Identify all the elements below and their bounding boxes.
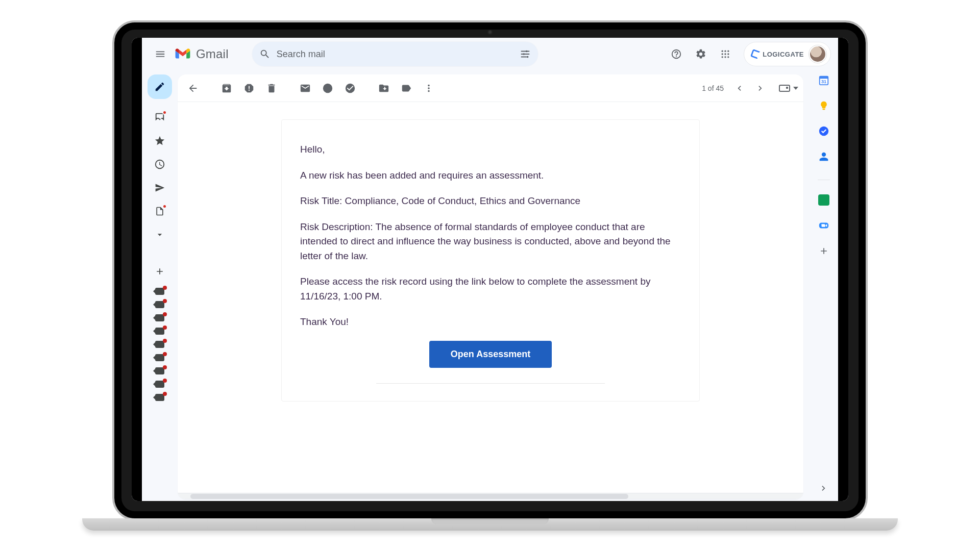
message-scroll-region[interactable]: Hello, A new risk has been added and req… [178, 102, 803, 493]
side-get-addons[interactable] [818, 245, 829, 257]
nav-inbox[interactable] [150, 107, 170, 128]
more-actions-button[interactable] [419, 78, 439, 98]
email-line-intro: A new risk has been added and requires a… [300, 168, 681, 183]
back-button[interactable] [183, 78, 203, 98]
svg-point-2 [526, 51, 528, 53]
search-options-icon[interactable] [520, 48, 531, 60]
nav-label-item[interactable] [150, 311, 170, 324]
chevron-right-icon [819, 483, 829, 493]
account-avatar[interactable] [809, 45, 826, 63]
laptop-frame: Gmail [112, 20, 868, 531]
new-label-button[interactable] [150, 261, 170, 282]
gmail-viewport: Gmail [132, 38, 848, 501]
unread-dot-icon [163, 286, 167, 290]
side-calendar[interactable]: 31 [818, 74, 829, 86]
brand-chip-label: LOGICGATE [763, 51, 804, 58]
horizontal-scrollbar[interactable] [178, 493, 803, 499]
nav-label-item[interactable] [150, 378, 170, 391]
chevron-right-icon [755, 83, 766, 93]
snooze-button[interactable] [317, 78, 338, 98]
nav-label-item[interactable] [150, 298, 170, 311]
svg-rect-13 [820, 77, 828, 79]
gmail-logo[interactable]: Gmail [175, 47, 229, 61]
main-column: 1 of 45 [178, 70, 810, 501]
pager-prev-button[interactable] [729, 78, 749, 98]
main-menu-button[interactable] [149, 43, 172, 65]
unread-dot-icon [163, 339, 167, 343]
move-folder-icon [378, 83, 389, 94]
search-bar[interactable] [252, 42, 538, 66]
svg-point-5 [727, 51, 729, 52]
pencil-icon [154, 81, 165, 92]
clock-icon [154, 159, 165, 170]
unread-dot-icon [163, 299, 167, 303]
email-body-card: Hello, A new risk has been added and req… [281, 119, 700, 402]
google-apps-button[interactable] [714, 43, 737, 65]
nav-label-item[interactable] [150, 364, 170, 378]
nav-label-item[interactable] [150, 285, 170, 298]
email-deadline-line: Please access the risk record using the … [300, 274, 681, 304]
side-collapse-button[interactable] [818, 483, 829, 494]
delete-button[interactable] [261, 78, 282, 98]
label-icon [401, 83, 412, 94]
email-divider [376, 383, 605, 384]
thread-pager: 1 of 45 [698, 78, 771, 98]
nav-label-item[interactable] [150, 351, 170, 364]
svg-point-8 [727, 53, 729, 55]
nav-snoozed[interactable] [150, 154, 170, 174]
nav-starred[interactable] [150, 131, 170, 151]
side-addon-zoom[interactable] [818, 220, 829, 231]
open-assessment-button[interactable]: Open Assessment [429, 341, 552, 368]
svg-point-3 [722, 51, 723, 52]
input-tools-button[interactable] [779, 85, 798, 92]
side-tasks[interactable] [818, 126, 829, 137]
nav-label-item[interactable] [150, 338, 170, 351]
unread-dot-icon [162, 204, 167, 209]
unread-dot-icon [163, 312, 167, 316]
gmail-header: Gmail [142, 38, 838, 70]
email-greeting: Hello, [300, 142, 681, 157]
nav-drafts[interactable] [150, 201, 170, 221]
support-button[interactable] [665, 43, 688, 65]
help-icon [671, 48, 682, 60]
search-icon [259, 48, 271, 60]
mark-unread-button[interactable] [295, 78, 315, 98]
workspace-brand-chip[interactable]: LOGICGATE [744, 42, 831, 66]
email-risk-description: Risk Description: The absence of formal … [300, 220, 681, 264]
side-keep[interactable] [818, 100, 829, 111]
task-check-icon [345, 83, 356, 94]
add-to-tasks-button[interactable] [340, 78, 360, 98]
side-panel: 31 [810, 70, 838, 501]
calendar-icon: 31 [818, 74, 829, 86]
side-addon-1[interactable] [818, 194, 829, 206]
archive-button[interactable] [216, 78, 237, 98]
nav-more-toggle[interactable] [150, 224, 170, 245]
settings-button[interactable] [690, 43, 712, 65]
move-to-button[interactable] [374, 78, 394, 98]
svg-point-0 [526, 56, 528, 58]
labels-button[interactable] [396, 78, 416, 98]
nav-label-item[interactable] [150, 324, 170, 338]
labels-section [150, 285, 170, 404]
unread-dot-icon [163, 352, 167, 356]
tasks-icon [818, 126, 829, 137]
plus-icon [155, 266, 165, 277]
side-contacts[interactable] [818, 151, 829, 162]
unread-dot-icon [163, 325, 167, 330]
pager-next-button[interactable] [750, 78, 771, 98]
clock-icon [322, 83, 333, 94]
nav-sent[interactable] [150, 178, 170, 198]
caret-down-icon [793, 87, 798, 90]
compose-button[interactable] [148, 74, 172, 99]
scrollbar-thumb[interactable] [190, 494, 628, 499]
nav-label-item[interactable] [150, 391, 170, 404]
arrow-back-icon [187, 83, 199, 94]
person-icon [819, 152, 829, 162]
search-input[interactable] [277, 49, 513, 60]
svg-point-1 [523, 53, 525, 55]
trash-icon [266, 83, 277, 94]
email-risk-title: Risk Title: Compliance, Code of Conduct,… [300, 194, 681, 209]
hamburger-icon [155, 48, 166, 60]
laptop-base [82, 518, 898, 531]
report-spam-button[interactable] [239, 78, 259, 98]
